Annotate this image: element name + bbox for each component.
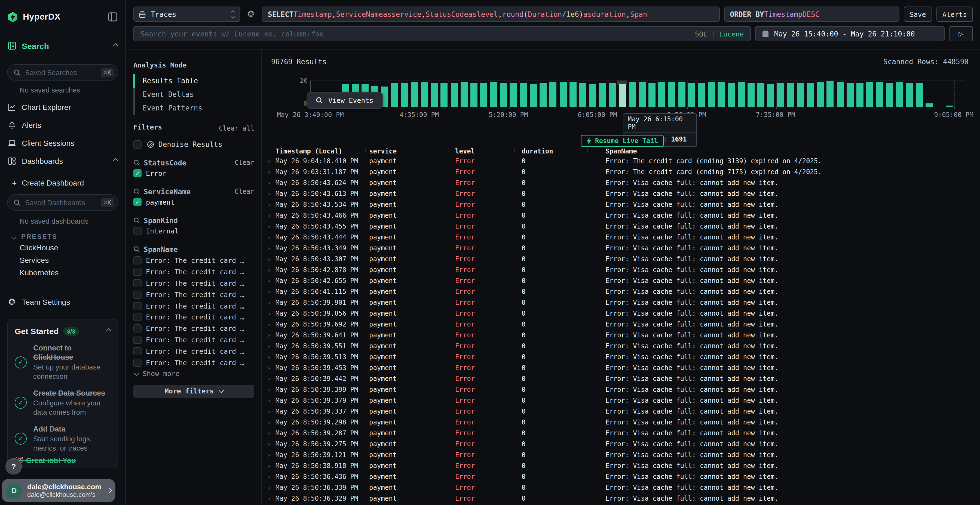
filter-option-payment[interactable]: ✓ payment <box>134 197 254 207</box>
histogram-bar[interactable] <box>639 82 646 106</box>
col-duration[interactable]: duration <box>522 147 585 155</box>
table-row[interactable]: ›May 26 8:50:38.918 PMpaymentError0Error… <box>266 461 977 471</box>
histogram-bar[interactable] <box>450 83 458 106</box>
row-expand-chevron-icon[interactable]: › <box>266 462 275 469</box>
clear-button[interactable]: Clear <box>235 188 254 195</box>
save-button[interactable]: Save <box>904 6 932 22</box>
row-expand-chevron-icon[interactable]: › <box>266 353 275 360</box>
checkbox-unchecked[interactable] <box>134 313 142 321</box>
histogram-bar[interactable] <box>500 83 507 106</box>
col-spanname[interactable]: SpanName <box>595 147 977 155</box>
row-expand-chevron-icon[interactable]: › <box>266 234 275 241</box>
table-row[interactable]: ›May 26 8:50:41.115 PMpaymentError0Error… <box>266 286 977 297</box>
row-expand-chevron-icon[interactable]: › <box>266 179 275 186</box>
column-separator[interactable]: ⋮ <box>512 148 522 154</box>
create-dashboard-button[interactable]: + Create Dashboard <box>0 175 125 191</box>
table-row[interactable]: ›May 26 8:50:36.436 PMpaymentError0Error… <box>266 471 977 482</box>
row-expand-chevron-icon[interactable]: › <box>266 288 275 295</box>
lucene-mode-toggle[interactable]: Lucene <box>719 30 744 38</box>
histogram-bar[interactable] <box>659 82 666 106</box>
view-events-button[interactable]: View Events <box>307 92 383 109</box>
event-search-input[interactable]: Search your events w/ Lucene ex. column:… <box>134 26 751 41</box>
row-expand-chevron-icon[interactable]: › <box>266 386 275 393</box>
histogram-bar[interactable] <box>737 82 745 106</box>
filter-option-spanname[interactable]: Error: The credit card … <box>134 357 254 368</box>
table-row[interactable]: ›May 26 8:50:43.349 PMpaymentError0Error… <box>266 243 977 254</box>
row-expand-chevron-icon[interactable]: › <box>266 397 275 404</box>
table-row[interactable]: ›May 26 8:50:39.399 PMpaymentError0Error… <box>266 384 977 395</box>
histogram-bar[interactable] <box>421 82 428 106</box>
histogram-bar[interactable] <box>916 83 923 106</box>
histogram-bar[interactable] <box>886 83 893 106</box>
histogram-bar[interactable] <box>599 83 606 106</box>
row-expand-chevron-icon[interactable]: › <box>266 223 275 230</box>
table-row[interactable]: ›May 26 9:03:31.187 PMpaymentError0Error… <box>266 167 977 178</box>
histogram-bar[interactable] <box>589 84 596 106</box>
histogram-bar[interactable] <box>460 82 468 106</box>
checkbox-unchecked[interactable] <box>134 268 142 276</box>
histogram-bar[interactable] <box>559 82 566 106</box>
row-expand-chevron-icon[interactable]: › <box>266 321 275 328</box>
sidebar-item-chart-explorer[interactable]: Chart Explorer <box>0 98 125 116</box>
saved-dashboards-input[interactable]: Saved Dashboards ⌘K <box>7 194 118 211</box>
table-row[interactable]: ›May 26 8:50:39.379 PMpaymentError0Error… <box>266 395 977 406</box>
table-row[interactable]: ›May 26 8:50:43.534 PMpaymentError0Error… <box>266 199 977 210</box>
table-row[interactable]: ›May 26 8:50:39.337 PMpaymentError0Error… <box>266 406 977 417</box>
row-expand-chevron-icon[interactable]: › <box>266 451 275 459</box>
col-service[interactable]: service <box>369 147 445 155</box>
histogram-bar[interactable] <box>609 83 616 106</box>
checkbox-checked[interactable]: ✓ <box>134 198 142 206</box>
presets-toggle[interactable]: PRESETS <box>12 232 125 241</box>
histogram-bar[interactable] <box>688 83 695 106</box>
histogram-bar[interactable] <box>856 83 864 106</box>
resume-live-tail-button[interactable]: Resume Live Tail <box>581 135 663 147</box>
get-started-item-connect[interactable]: ✓ Connect to ClickHouse Set up your data… <box>15 343 111 381</box>
row-expand-chevron-icon[interactable]: › <box>266 310 275 317</box>
sidebar-item-client-sessions[interactable]: Client Sessions <box>0 134 125 152</box>
filter-option-spanname[interactable]: Error: The credit card … <box>134 278 254 289</box>
histogram-bar[interactable] <box>797 83 804 106</box>
histogram-bar[interactable] <box>777 83 784 106</box>
histogram-bar[interactable] <box>401 83 408 106</box>
histogram-bar[interactable] <box>480 83 487 106</box>
histogram-bar[interactable] <box>550 82 557 106</box>
histogram-bar[interactable] <box>866 82 873 106</box>
analysis-mode-tab-event-deltas[interactable]: Event Deltas <box>134 87 254 101</box>
row-expand-chevron-icon[interactable]: › <box>266 212 275 219</box>
filter-option-spanname[interactable]: Error: The credit card … <box>134 311 254 323</box>
filter-option-spanname[interactable]: Error: The credit card … <box>134 334 254 346</box>
histogram-bar[interactable] <box>520 83 527 106</box>
histogram-bar[interactable] <box>767 84 775 106</box>
histogram-bar[interactable] <box>668 82 675 106</box>
table-row[interactable]: ›May 26 8:50:42.878 PMpaymentError0Error… <box>266 264 977 275</box>
filter-option-spanname[interactable]: Error: The credit card … <box>134 346 254 357</box>
order-by-editor[interactable]: ORDER BY Timestamp DESC <box>724 6 899 22</box>
sidebar-item-kubernetes[interactable]: Kubernetes <box>0 266 125 279</box>
row-expand-chevron-icon[interactable]: › <box>266 343 275 349</box>
analysis-mode-tab-event-patterns[interactable]: Event Patterns <box>134 101 254 115</box>
checkbox-unchecked[interactable] <box>134 256 142 264</box>
sidebar-item-search[interactable]: Search <box>0 34 125 58</box>
histogram-bar[interactable] <box>569 82 576 106</box>
sql-select-editor[interactable]: SELECT Timestamp, ServiceName as service… <box>262 6 719 22</box>
column-separator[interactable]: ⋮ <box>585 148 595 154</box>
table-row[interactable]: ›May 26 8:50:39.275 PMpaymentError0Error… <box>266 438 977 449</box>
table-row[interactable]: ›May 26 8:50:39.641 PMpaymentError0Error… <box>266 330 977 341</box>
row-expand-chevron-icon[interactable]: › <box>266 484 275 491</box>
row-expand-chevron-icon[interactable]: › <box>266 364 275 372</box>
sidebar-item-services[interactable]: Services <box>0 254 125 266</box>
row-expand-chevron-icon[interactable]: › <box>266 332 275 339</box>
filter-option-error[interactable]: ✓ Error <box>134 168 254 178</box>
source-select[interactable]: Traces <box>134 6 240 22</box>
row-expand-chevron-icon[interactable]: › <box>266 190 275 197</box>
table-options-icon[interactable]: ⋮ <box>972 146 978 154</box>
table-row[interactable]: ›May 26 8:50:36.329 PMpaymentError0Error… <box>266 493 977 504</box>
column-separator[interactable]: ⋮ <box>445 148 455 154</box>
filter-option-spanname[interactable]: Error: The credit card … <box>134 289 254 300</box>
col-level[interactable]: level <box>455 147 512 155</box>
histogram-bar[interactable] <box>530 84 537 106</box>
table-row[interactable]: ›May 26 8:50:43.613 PMpaymentError0Error… <box>266 188 977 199</box>
histogram-bar[interactable] <box>441 83 448 106</box>
histogram-bar[interactable] <box>678 82 685 106</box>
table-row[interactable]: ›May 26 8:50:39.287 PMpaymentError0Error… <box>266 428 977 438</box>
